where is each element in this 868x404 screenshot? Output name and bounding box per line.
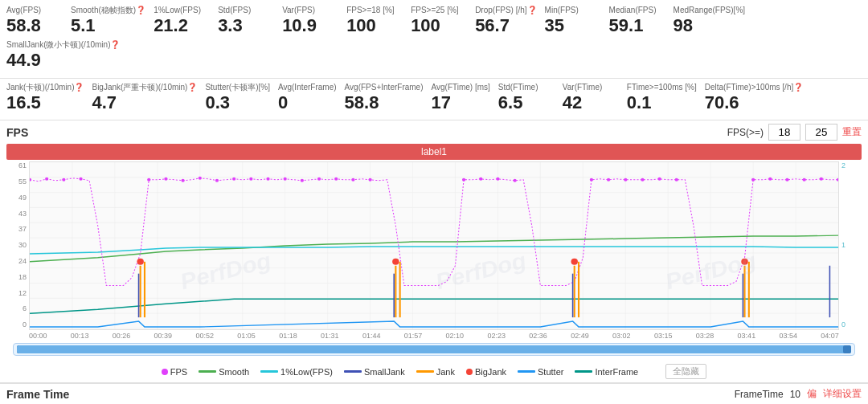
stat-label: Min(FPS) bbox=[545, 5, 579, 15]
legend-line bbox=[575, 370, 592, 373]
svg-point-36 bbox=[199, 177, 202, 180]
x-axis-tick: 03:54 bbox=[779, 332, 797, 340]
svg-point-49 bbox=[496, 178, 499, 181]
x-axis-tick: 03:41 bbox=[738, 332, 756, 340]
svg-point-40 bbox=[266, 178, 269, 181]
svg-point-37 bbox=[215, 179, 219, 182]
svg-point-55 bbox=[658, 178, 661, 181]
x-axis-tick: 03:02 bbox=[612, 332, 631, 340]
y-axis-right: 210 bbox=[839, 161, 862, 330]
x-axis-tick: 01:31 bbox=[321, 332, 339, 340]
y-axis-tick: 55 bbox=[18, 178, 27, 186]
legend-label: BigJank bbox=[475, 367, 506, 377]
stat-item: Std(FPS) 3.3 bbox=[218, 5, 282, 39]
x-axis-tick: 01:44 bbox=[362, 332, 381, 340]
svg-point-77 bbox=[392, 259, 399, 265]
x-axis-tick: 02:49 bbox=[571, 332, 589, 340]
legend-dot bbox=[466, 369, 473, 375]
fps-threshold-input-2[interactable] bbox=[805, 124, 837, 141]
stat-label: FPS>=18 [%] bbox=[346, 5, 394, 15]
fps-chart[interactable]: PerfDog PerfDog PerfDog bbox=[29, 161, 839, 330]
stat-item: FPS>=25 [%] 100 bbox=[411, 5, 475, 39]
fps-threshold-input-1[interactable] bbox=[768, 124, 800, 141]
y-axis-tick: 24 bbox=[18, 257, 27, 265]
stat-item: FPS>=18 [%] 100 bbox=[346, 5, 411, 39]
x-axis-tick: 00:26 bbox=[113, 332, 131, 340]
stat-item: Delta(FTime)>100ms [/h]❓ 70.6 bbox=[705, 82, 812, 116]
x-axis: 00:0000:1300:2600:3900:5201:0501:1801:31… bbox=[6, 330, 862, 341]
stat-item: Avg(FPS) 58.8 bbox=[6, 5, 71, 39]
svg-text:PerfDog: PerfDog bbox=[432, 247, 529, 294]
legend-item[interactable]: SmallJank bbox=[344, 367, 405, 377]
x-axis-tick: 02:36 bbox=[529, 332, 547, 340]
svg-point-30 bbox=[45, 178, 48, 181]
frame-time-btn-1[interactable]: 偏 bbox=[807, 387, 817, 401]
y-axis-tick: 37 bbox=[18, 225, 27, 233]
frame-time-title: Frame Time bbox=[6, 388, 69, 401]
stat-label: Avg(FPS+InterFrame) bbox=[345, 82, 424, 92]
frame-time-label: FrameTime bbox=[735, 389, 784, 400]
legend-label: InterFrame bbox=[595, 367, 638, 377]
svg-point-31 bbox=[62, 178, 65, 182]
stats-row-1: Avg(FPS) 58.8 Smooth(稳帧指数)❓ 5.1 1%Low(FP… bbox=[0, 0, 868, 79]
stat-item: Var(FPS) 10.9 bbox=[282, 5, 346, 39]
stat-label: Delta(FTime)>100ms [/h]❓ bbox=[705, 82, 804, 92]
frame-time-btn-2[interactable]: 详细设置 bbox=[823, 387, 862, 401]
y-axis-right-tick: 0 bbox=[841, 320, 845, 329]
scrollbar-right-handle[interactable] bbox=[843, 345, 851, 353]
stat-label: Stutter(卡顿率)[%] bbox=[205, 82, 270, 92]
svg-point-62 bbox=[837, 178, 838, 182]
y-axis-tick: 49 bbox=[18, 194, 27, 202]
y-axis-tick: 12 bbox=[18, 289, 27, 297]
fps-threshold-controls: FPS(>=) 重置 bbox=[727, 124, 862, 141]
x-axis-tick: 02:10 bbox=[446, 332, 465, 340]
stat-value: 35 bbox=[545, 15, 564, 36]
stat-label: Avg(FTime) [ms] bbox=[432, 82, 490, 92]
stat-item: BigJank(严重卡顿)(/10min)❓ 4.7 bbox=[92, 82, 205, 116]
stat-label: Avg(InterFrame) bbox=[278, 82, 337, 92]
legend-item[interactable]: Stutter bbox=[518, 367, 563, 377]
svg-point-52 bbox=[607, 178, 610, 182]
svg-point-54 bbox=[641, 178, 644, 182]
legend-label: Stutter bbox=[538, 367, 563, 377]
stat-label: BigJank(严重卡顿)(/10min)❓ bbox=[92, 82, 197, 92]
svg-point-43 bbox=[317, 178, 321, 181]
svg-point-35 bbox=[181, 179, 184, 182]
x-axis-tick: 00:52 bbox=[195, 332, 214, 340]
chart-scrollbar[interactable] bbox=[13, 343, 855, 356]
frame-time-value: 10 bbox=[790, 389, 800, 400]
svg-point-76 bbox=[137, 259, 143, 265]
legend-item[interactable]: Smooth bbox=[199, 367, 249, 377]
y-axis-tick: 30 bbox=[18, 241, 27, 249]
svg-point-60 bbox=[803, 178, 806, 182]
hide-all-button[interactable]: 全隐藏 bbox=[665, 364, 706, 379]
legend-item[interactable]: InterFrame bbox=[575, 367, 638, 377]
legend-line bbox=[518, 370, 535, 373]
x-axis-tick: 03:15 bbox=[654, 332, 673, 340]
svg-point-78 bbox=[571, 259, 577, 265]
stat-item: Drop(FPS) [/h]❓ 56.7 bbox=[475, 5, 544, 39]
legend-item[interactable]: FPS bbox=[162, 367, 187, 377]
stat-item: Median(FPS) 59.1 bbox=[609, 5, 674, 39]
x-axis-tick: 00:00 bbox=[29, 332, 47, 340]
legend-label: Jank bbox=[436, 367, 455, 377]
legend-item[interactable]: 1%Low(FPS) bbox=[260, 367, 333, 377]
fps-reset-button[interactable]: 重置 bbox=[842, 125, 862, 139]
scrollbar-thumb[interactable] bbox=[17, 345, 851, 353]
legend-item[interactable]: Jank bbox=[416, 367, 455, 377]
stat-label: Smooth(稳帧指数)❓ bbox=[71, 5, 145, 15]
stat-label: FTime>=100ms [%] bbox=[627, 82, 697, 92]
stat-value: 4.7 bbox=[92, 92, 117, 113]
stat-value: 5.1 bbox=[71, 15, 96, 36]
y-axis-tick: 43 bbox=[18, 210, 27, 218]
stat-value: 98 bbox=[674, 15, 693, 36]
stat-label: 1%Low(FPS) bbox=[154, 5, 201, 15]
stat-value: 100 bbox=[346, 15, 376, 36]
legend-item[interactable]: BigJank bbox=[466, 367, 506, 377]
fps-section: FPS FPS(>=) 重置 label1 615549433730241812… bbox=[0, 120, 868, 361]
svg-point-44 bbox=[334, 178, 338, 181]
legend-line bbox=[344, 370, 362, 373]
stat-label: FPS>=25 [%] bbox=[411, 5, 458, 15]
x-axis-tick: 02:23 bbox=[487, 332, 506, 340]
frame-time-controls: FrameTime 10 偏 详细设置 bbox=[735, 387, 862, 401]
